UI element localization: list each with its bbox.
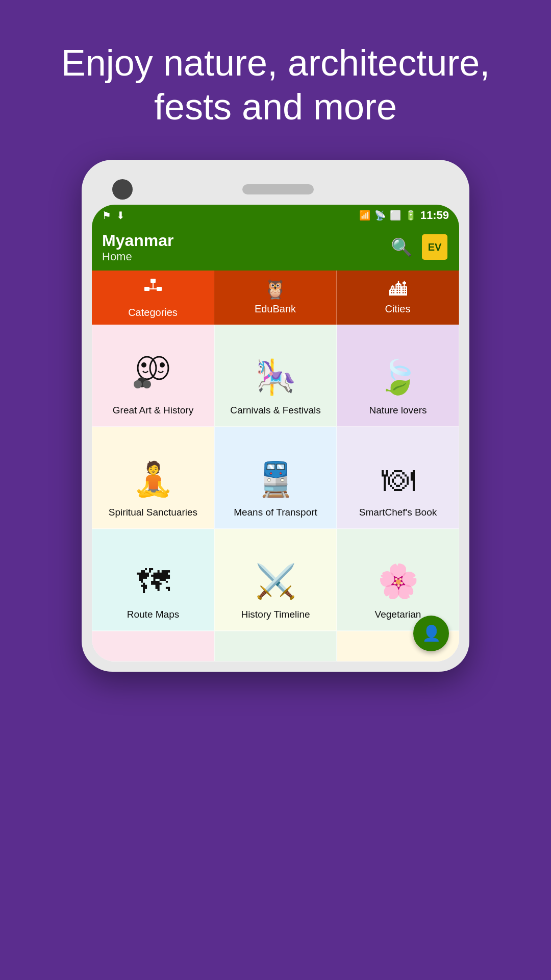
category-history[interactable]: ⚔️ History Timeline (214, 529, 337, 631)
phone-device: ⚑ ⬇ 📶 📡 ⬜ 🔋 11:59 Myanmar Home 🔍 EV (82, 160, 469, 672)
row4-cell-1 (92, 631, 214, 662)
category-veg[interactable]: 🌸 Vegetarian (337, 529, 459, 631)
wifi-icon: 📡 (374, 210, 386, 221)
data-icon: ⬜ (390, 210, 401, 221)
tab-edubank-label: EduBank (255, 303, 296, 315)
category-transport[interactable]: 🚆 Means of Transport (214, 427, 337, 529)
clock: 11:59 (420, 209, 449, 222)
spiritual-label: Spiritual Sanctuaries (109, 507, 197, 518)
app-title: Myanmar (102, 231, 174, 250)
signal-icon: 📶 (359, 210, 370, 221)
fab-icon: 👤 (422, 624, 441, 642)
tab-edubank[interactable]: 🦉 EduBank (214, 271, 337, 325)
row4-partial (92, 631, 459, 662)
category-chef[interactable]: 🍽 SmartChef's Book (337, 427, 459, 529)
spiritual-icon: 🧘 (133, 460, 174, 499)
category-carnival[interactable]: 🎠 Carnivals & Festivals (214, 325, 337, 427)
category-routes[interactable]: 🗺 Route Maps (92, 529, 214, 631)
svg-point-7 (141, 362, 146, 368)
nature-icon: 🍃 (378, 358, 419, 397)
phone-top-bar (92, 170, 459, 205)
tab-categories[interactable]: Categories (92, 271, 214, 325)
app-bar: Myanmar Home 🔍 EV (92, 226, 459, 271)
main-grid: Great Art & History 🎠 Carnivals & Festiv… (92, 325, 459, 662)
app-logo-badge[interactable]: EV (420, 233, 449, 261)
nature-label: Nature lovers (369, 405, 427, 416)
svg-point-6 (150, 357, 168, 379)
veg-icon: 🌸 (378, 562, 419, 601)
status-bar: ⚑ ⬇ 📶 📡 ⬜ 🔋 11:59 (92, 205, 459, 226)
tab-cities[interactable]: 🏙 Cities (337, 271, 459, 325)
hero-text: Enjoy nature, architecture, fests and mo… (0, 0, 551, 160)
battery-icon: 🔋 (405, 210, 416, 221)
art-label: Great Art & History (113, 405, 193, 416)
logo-text: EV (428, 241, 442, 253)
categories-icon (140, 279, 166, 304)
carnival-label: Carnivals & Festivals (230, 405, 320, 416)
tabs-bar: Categories 🦉 EduBank 🏙 Cities (92, 271, 459, 325)
history-label: History Timeline (241, 609, 310, 620)
front-sensor (423, 182, 439, 197)
category-nature[interactable]: 🍃 Nature lovers (337, 325, 459, 427)
tab-cities-label: Cities (385, 303, 410, 315)
phone-screen: ⚑ ⬇ 📶 📡 ⬜ 🔋 11:59 Myanmar Home 🔍 EV (92, 205, 459, 662)
app-title-block: Myanmar Home (102, 231, 174, 263)
art-icon (133, 353, 173, 397)
svg-point-8 (160, 362, 165, 368)
transport-icon: 🚆 (255, 460, 296, 499)
row4-cell-2 (214, 631, 337, 662)
notification-icon: ⚑ (102, 209, 111, 222)
tab-categories-label: Categories (128, 307, 178, 318)
edubank-icon: 🦉 (264, 279, 287, 300)
history-icon: ⚔️ (255, 562, 296, 601)
routes-icon: 🗺 (137, 562, 170, 601)
app-bar-actions: 🔍 EV (391, 233, 449, 261)
svg-rect-0 (151, 279, 156, 283)
app-subtitle: Home (102, 250, 174, 263)
chef-label: SmartChef's Book (359, 507, 437, 518)
status-left-icons: ⚑ ⬇ (102, 209, 125, 222)
search-button[interactable]: 🔍 (391, 237, 412, 257)
transport-label: Means of Transport (234, 507, 317, 518)
speaker-grille (242, 184, 314, 194)
category-art[interactable]: Great Art & History (92, 325, 214, 427)
chef-icon: 🍽 (382, 460, 415, 499)
carnival-icon: 🎠 (255, 358, 296, 397)
status-right-icons: 📶 📡 ⬜ 🔋 11:59 (359, 209, 449, 222)
camera-icon (112, 179, 133, 200)
cities-icon: 🏙 (389, 279, 407, 300)
download-icon: ⬇ (116, 209, 125, 222)
svg-point-10 (143, 380, 151, 388)
routes-label: Route Maps (127, 609, 179, 620)
fab-button[interactable]: 👤 (413, 616, 449, 651)
veg-label: Vegetarian (375, 609, 421, 620)
category-grid: Great Art & History 🎠 Carnivals & Festiv… (92, 325, 459, 631)
category-spiritual[interactable]: 🧘 Spiritual Sanctuaries (92, 427, 214, 529)
svg-point-11 (134, 380, 142, 388)
